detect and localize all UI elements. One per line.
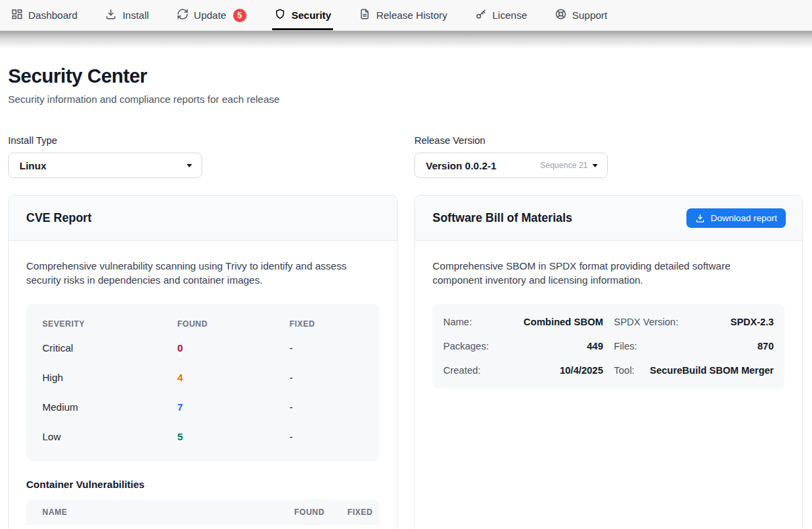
nav-item-label: Release History (376, 9, 447, 21)
col-found: FOUND (177, 319, 289, 329)
chevron-down-icon (592, 164, 598, 167)
nav-item-license[interactable]: License (475, 0, 527, 31)
top-nav: Dashboard Install Update 5 Security Rele… (0, 0, 812, 31)
field-label: Files: (614, 341, 637, 352)
fixed-count: - (289, 372, 363, 383)
field-value: 10/4/2025 (559, 365, 603, 376)
severity-label: Medium (42, 401, 177, 413)
nav-item-update[interactable]: Update 5 (177, 0, 246, 31)
fixed-count: - (289, 342, 363, 354)
nav-item-label: Update (194, 9, 226, 21)
nav-item-label: License (492, 9, 527, 21)
release-version-label: Release Version (414, 135, 803, 146)
key-icon (475, 8, 487, 23)
sbom-info-grid: Name: Combined SBOM SPDX Version: SPDX-2… (433, 304, 784, 389)
col-found: FOUND (294, 507, 324, 517)
nav-item-label: Install (122, 9, 148, 21)
field-label: Tool: (614, 365, 635, 376)
col-fixed: FIXED (289, 319, 363, 329)
fixed-count: - (289, 431, 363, 442)
security-center-page: Security Center Security information and… (0, 48, 812, 529)
nav-item-label: Security (291, 9, 331, 21)
nav-item-install[interactable]: Install (105, 0, 148, 31)
dashboard-grid-icon (11, 8, 23, 23)
sequence-badge: Sequence 21 (540, 161, 588, 170)
field-label: Name: (443, 317, 472, 327)
filters-row: Install Type Linux Release Version Versi… (8, 135, 803, 178)
table-row-high: High 4 - (42, 363, 363, 393)
sbom-field-files: Files: 870 (614, 334, 774, 358)
nav-item-support[interactable]: Support (555, 0, 608, 31)
page-title: Security Center (8, 65, 803, 87)
found-count: 5 (177, 431, 289, 442)
download-icon (695, 213, 705, 223)
cve-card-title: CVE Report (26, 211, 381, 225)
sbom-field-created: Created: 10/4/2025 (443, 358, 603, 382)
severity-label: Critical (42, 342, 177, 354)
field-label: Packages: (443, 341, 489, 352)
release-version-select[interactable]: Version 0.0.2-1 Sequence 21 (414, 153, 608, 178)
cve-report-card: CVE Report Comprehensive vulnerability s… (8, 195, 398, 529)
cve-card-body: Comprehensive vulnerability scanning usi… (9, 241, 397, 529)
severity-table-header: SEVERITY FOUND FIXED (42, 315, 363, 333)
release-version-value: Version 0.0.2-1 (426, 160, 540, 171)
nav-item-label: Dashboard (28, 9, 77, 21)
table-row-medium: Medium 7 - (42, 393, 363, 422)
field-value: 870 (758, 341, 774, 352)
sbom-card-title: Software Bill of Materials (433, 211, 686, 225)
fixed-count: - (289, 401, 363, 413)
found-count: 7 (177, 401, 289, 413)
container-vulnerabilities-title: Container Vulnerabilities (26, 479, 379, 490)
sbom-description: Comprehensive SBOM in SPDX format provid… (433, 259, 776, 288)
col-severity: SEVERITY (42, 319, 177, 329)
field-label: Created: (443, 365, 481, 376)
sbom-field-packages: Packages: 449 (443, 334, 603, 358)
scroll-shadow (0, 31, 812, 48)
table-row-critical: Critical 0 - (42, 333, 363, 363)
lifebuoy-icon (555, 8, 567, 23)
shield-icon (274, 8, 286, 23)
severity-table: SEVERITY FOUND FIXED Critical 0 - High 4… (26, 304, 379, 461)
install-type-value: Linux (19, 160, 187, 171)
update-count-badge: 5 (233, 9, 246, 22)
cards-row: CVE Report Comprehensive vulnerability s… (8, 195, 803, 529)
sbom-field-tool: Tool: SecureBuild SBOM Merger (614, 358, 774, 382)
col-name: NAME (42, 507, 294, 517)
severity-label: Low (42, 431, 177, 442)
field-value: SecureBuild SBOM Merger (649, 365, 774, 376)
found-count: 0 (177, 342, 289, 354)
install-type-label: Install Type (8, 135, 398, 146)
sbom-field-name: Name: Combined SBOM (443, 310, 603, 334)
sbom-field-spdx-version: SPDX Version: SPDX-2.3 (614, 310, 774, 334)
cve-description: Comprehensive vulnerability scanning usi… (26, 259, 379, 288)
nav-item-release-history[interactable]: Release History (359, 0, 447, 31)
download-report-button[interactable]: Download report (686, 208, 786, 228)
table-row-low: Low 5 - (42, 422, 363, 452)
nav-item-label: Support (572, 9, 608, 21)
nav-item-security[interactable]: Security (274, 0, 331, 31)
field-value: Combined SBOM (524, 317, 603, 327)
download-report-label: Download report (711, 213, 777, 223)
cve-card-header: CVE Report (9, 196, 397, 241)
field-value: 449 (587, 341, 603, 352)
field-label: SPDX Version: (614, 317, 678, 327)
found-count: 4 (177, 372, 289, 383)
refresh-icon (177, 8, 189, 23)
install-type-filter: Install Type Linux (8, 135, 398, 178)
sbom-card: Software Bill of Materials Download repo… (414, 195, 803, 529)
chevron-down-icon (187, 164, 192, 167)
sbom-card-body: Comprehensive SBOM in SPDX format provid… (415, 241, 802, 407)
release-version-filter: Release Version Version 0.0.2-1 Sequence… (414, 135, 803, 178)
nav-item-dashboard[interactable]: Dashboard (11, 0, 77, 31)
page-subtitle: Security information and compliance repo… (8, 93, 803, 105)
install-type-select[interactable]: Linux (8, 153, 202, 178)
severity-label: High (42, 372, 177, 383)
download-icon (105, 8, 117, 23)
col-fixed: FIXED (347, 507, 373, 517)
file-text-icon (359, 8, 371, 23)
container-table-header: NAME FOUND FIXED (26, 499, 379, 525)
field-value: SPDX-2.3 (731, 317, 774, 327)
sbom-card-header: Software Bill of Materials Download repo… (415, 196, 802, 241)
